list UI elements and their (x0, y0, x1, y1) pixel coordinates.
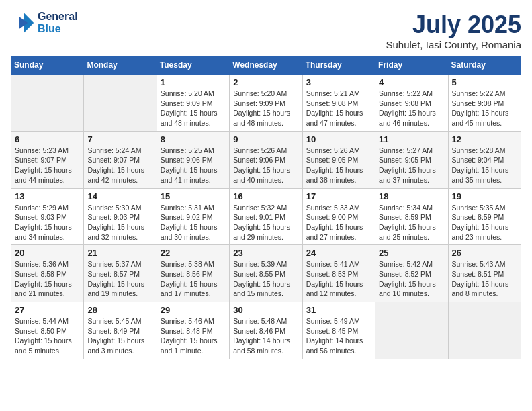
day-info: Sunrise: 5:22 AM Sunset: 9:08 PM Dayligh… (452, 89, 517, 128)
day-number: 25 (379, 248, 444, 258)
calendar-cell: 15Sunrise: 5:31 AM Sunset: 9:02 PM Dayli… (157, 188, 229, 245)
calendar-cell: 5Sunrise: 5:22 AM Sunset: 9:08 PM Daylig… (448, 75, 521, 132)
calendar-cell: 22Sunrise: 5:38 AM Sunset: 8:56 PM Dayli… (157, 245, 229, 302)
calendar-cell: 21Sunrise: 5:37 AM Sunset: 8:57 PM Dayli… (84, 245, 157, 302)
day-header-saturday: Saturday (448, 56, 521, 75)
calendar-cell: 4Sunrise: 5:22 AM Sunset: 9:08 PM Daylig… (375, 75, 448, 132)
calendar-cell: 27Sunrise: 5:44 AM Sunset: 8:50 PM Dayli… (11, 302, 84, 359)
day-info: Sunrise: 5:20 AM Sunset: 9:09 PM Dayligh… (161, 89, 226, 128)
calendar-cell: 18Sunrise: 5:34 AM Sunset: 8:59 PM Dayli… (375, 188, 448, 245)
calendar-week-row: 27Sunrise: 5:44 AM Sunset: 8:50 PM Dayli… (11, 302, 521, 359)
day-info: Sunrise: 5:38 AM Sunset: 8:56 PM Dayligh… (161, 259, 226, 299)
calendar-cell (375, 302, 448, 359)
calendar-cell: 30Sunrise: 5:48 AM Sunset: 8:46 PM Dayli… (230, 302, 302, 359)
day-number: 5 (452, 77, 517, 87)
day-info: Sunrise: 5:46 AM Sunset: 8:48 PM Dayligh… (161, 316, 226, 356)
calendar-cell: 17Sunrise: 5:33 AM Sunset: 9:00 PM Dayli… (302, 188, 375, 245)
day-info: Sunrise: 5:35 AM Sunset: 8:59 PM Dayligh… (452, 203, 517, 242)
day-number: 10 (306, 134, 371, 144)
calendar-table: SundayMondayTuesdayWednesdayThursdayFrid… (11, 56, 521, 359)
day-number: 14 (87, 191, 152, 201)
day-info: Sunrise: 5:36 AM Sunset: 8:58 PM Dayligh… (15, 259, 80, 299)
day-number: 21 (87, 248, 152, 258)
logo-line1: General (38, 11, 78, 23)
calendar-cell: 8Sunrise: 5:25 AM Sunset: 9:06 PM Daylig… (157, 131, 229, 188)
day-number: 1 (161, 77, 226, 87)
calendar-cell: 9Sunrise: 5:26 AM Sunset: 9:06 PM Daylig… (230, 131, 302, 188)
calendar-week-row: 20Sunrise: 5:36 AM Sunset: 8:58 PM Dayli… (11, 245, 521, 302)
day-number: 31 (306, 305, 371, 315)
day-info: Sunrise: 5:22 AM Sunset: 9:08 PM Dayligh… (379, 89, 444, 128)
day-info: Sunrise: 5:48 AM Sunset: 8:46 PM Dayligh… (233, 316, 298, 356)
day-number: 29 (161, 305, 226, 315)
day-info: Sunrise: 5:26 AM Sunset: 9:05 PM Dayligh… (306, 146, 371, 185)
day-number: 27 (15, 305, 80, 315)
calendar-week-row: 6Sunrise: 5:23 AM Sunset: 9:07 PM Daylig… (11, 131, 521, 188)
logo-icon (11, 11, 35, 35)
day-info: Sunrise: 5:34 AM Sunset: 8:59 PM Dayligh… (379, 203, 444, 242)
calendar-cell: 31Sunrise: 5:49 AM Sunset: 8:45 PM Dayli… (302, 302, 375, 359)
calendar-cell: 24Sunrise: 5:41 AM Sunset: 8:53 PM Dayli… (302, 245, 375, 302)
day-info: Sunrise: 5:29 AM Sunset: 9:03 PM Dayligh… (15, 203, 80, 242)
calendar-cell: 6Sunrise: 5:23 AM Sunset: 9:07 PM Daylig… (11, 131, 84, 188)
calendar-cell: 11Sunrise: 5:27 AM Sunset: 9:05 PM Dayli… (375, 131, 448, 188)
day-info: Sunrise: 5:26 AM Sunset: 9:06 PM Dayligh… (233, 146, 298, 185)
day-header-sunday: Sunday (11, 56, 84, 75)
calendar-week-row: 13Sunrise: 5:29 AM Sunset: 9:03 PM Dayli… (11, 188, 521, 245)
day-number: 8 (161, 134, 226, 144)
day-info: Sunrise: 5:25 AM Sunset: 9:06 PM Dayligh… (161, 146, 226, 185)
day-number: 20 (15, 248, 80, 258)
day-header-monday: Monday (84, 56, 157, 75)
calendar-cell (84, 75, 157, 132)
month-title: July 2025 (386, 11, 522, 39)
day-number: 23 (233, 248, 298, 258)
calendar-cell: 28Sunrise: 5:45 AM Sunset: 8:49 PM Dayli… (84, 302, 157, 359)
calendar-cell: 19Sunrise: 5:35 AM Sunset: 8:59 PM Dayli… (448, 188, 521, 245)
day-number: 15 (161, 191, 226, 201)
day-info: Sunrise: 5:44 AM Sunset: 8:50 PM Dayligh… (15, 316, 80, 356)
calendar-cell: 10Sunrise: 5:26 AM Sunset: 9:05 PM Dayli… (302, 131, 375, 188)
day-info: Sunrise: 5:32 AM Sunset: 9:01 PM Dayligh… (233, 203, 298, 242)
day-header-tuesday: Tuesday (157, 56, 229, 75)
day-info: Sunrise: 5:42 AM Sunset: 8:52 PM Dayligh… (379, 259, 444, 299)
calendar-cell: 29Sunrise: 5:46 AM Sunset: 8:48 PM Dayli… (157, 302, 229, 359)
calendar-cell (11, 75, 84, 132)
calendar-cell: 26Sunrise: 5:43 AM Sunset: 8:51 PM Dayli… (448, 245, 521, 302)
calendar-cell: 23Sunrise: 5:39 AM Sunset: 8:55 PM Dayli… (230, 245, 302, 302)
day-header-friday: Friday (375, 56, 448, 75)
calendar-week-row: 1Sunrise: 5:20 AM Sunset: 9:09 PM Daylig… (11, 75, 521, 132)
day-number: 11 (379, 134, 444, 144)
calendar-header-row: SundayMondayTuesdayWednesdayThursdayFrid… (11, 56, 521, 75)
day-info: Sunrise: 5:33 AM Sunset: 9:00 PM Dayligh… (306, 203, 371, 242)
calendar-cell: 1Sunrise: 5:20 AM Sunset: 9:09 PM Daylig… (157, 75, 229, 132)
day-number: 4 (379, 77, 444, 87)
day-number: 2 (233, 77, 298, 87)
day-number: 22 (161, 248, 226, 258)
day-info: Sunrise: 5:28 AM Sunset: 9:04 PM Dayligh… (452, 146, 517, 185)
location: Suhulet, Iasi County, Romania (386, 39, 522, 50)
day-number: 19 (452, 191, 517, 201)
day-info: Sunrise: 5:31 AM Sunset: 9:02 PM Dayligh… (161, 203, 226, 242)
day-number: 3 (306, 77, 371, 87)
day-number: 28 (87, 305, 152, 315)
logo: General Blue (11, 11, 78, 35)
day-number: 13 (15, 191, 80, 201)
day-number: 7 (87, 134, 152, 144)
day-info: Sunrise: 5:39 AM Sunset: 8:55 PM Dayligh… (233, 259, 298, 299)
day-info: Sunrise: 5:49 AM Sunset: 8:45 PM Dayligh… (306, 316, 371, 356)
calendar-cell: 14Sunrise: 5:30 AM Sunset: 9:03 PM Dayli… (84, 188, 157, 245)
day-header-wednesday: Wednesday (230, 56, 302, 75)
calendar-cell: 25Sunrise: 5:42 AM Sunset: 8:52 PM Dayli… (375, 245, 448, 302)
calendar-cell: 20Sunrise: 5:36 AM Sunset: 8:58 PM Dayli… (11, 245, 84, 302)
day-info: Sunrise: 5:27 AM Sunset: 9:05 PM Dayligh… (379, 146, 444, 185)
day-info: Sunrise: 5:21 AM Sunset: 9:08 PM Dayligh… (306, 89, 371, 128)
day-number: 30 (233, 305, 298, 315)
day-number: 17 (306, 191, 371, 201)
day-info: Sunrise: 5:20 AM Sunset: 9:09 PM Dayligh… (233, 89, 298, 128)
day-info: Sunrise: 5:45 AM Sunset: 8:49 PM Dayligh… (87, 316, 152, 356)
day-number: 16 (233, 191, 298, 201)
day-info: Sunrise: 5:37 AM Sunset: 8:57 PM Dayligh… (87, 259, 152, 299)
day-info: Sunrise: 5:41 AM Sunset: 8:53 PM Dayligh… (306, 259, 371, 299)
day-number: 9 (233, 134, 298, 144)
day-info: Sunrise: 5:43 AM Sunset: 8:51 PM Dayligh… (452, 259, 517, 299)
